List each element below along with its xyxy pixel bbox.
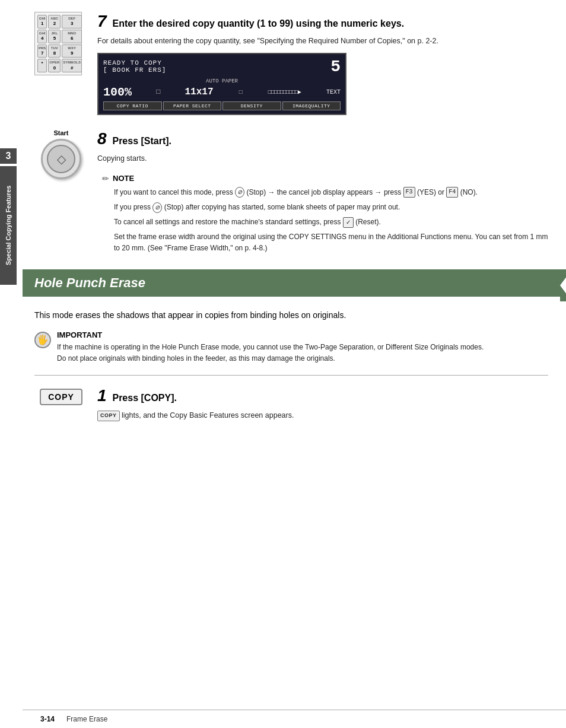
chapter-number: 3 — [0, 148, 17, 164]
important-item-2: Do not place originals with binding hole… — [57, 353, 548, 364]
main-content: GHI1 ABC2 DEF3 GHI4 JKL5 MNO6 PRS7 TUV8 … — [23, 0, 566, 728]
step-1-number: 1 — [97, 386, 107, 405]
start-button-outer: ◇ — [41, 139, 81, 179]
chapter-title: Special Copying Features — [0, 166, 17, 285]
step-1-content: 1 Press [COPY]. COPY lights, and the Cop… — [97, 386, 548, 421]
key-5: JKL5 — [48, 30, 61, 43]
key-3: DEF3 — [62, 15, 82, 28]
note-item-3: To cancel all settings and restore the m… — [102, 217, 548, 228]
step-1-section: COPY 1 Press [COPY]. COPY lights, and th… — [34, 386, 548, 421]
hole-punch-erase-banner: Hole Punch Erase — [23, 269, 560, 297]
key-7: PRS7 — [37, 44, 47, 58]
step-8-desc: Copying starts. — [97, 153, 548, 164]
key-9: WXY9 — [62, 44, 82, 58]
lcd-density-bar: □□□□□□□□□□▶ — [268, 88, 301, 96]
stop-icon-2: ⊘ — [152, 202, 162, 213]
key-hash: SYMBOLS# — [62, 59, 82, 72]
lcd-line1: READY TO COPY — [103, 59, 166, 66]
important-icon: 🖐 — [34, 332, 51, 348]
footer-page-number: 3-14 — [40, 715, 55, 723]
f3-btn: F3 — [403, 187, 415, 198]
lcd-auto-paper: AUTO PAPER — [103, 78, 341, 84]
start-button-inner[interactable]: ◇ — [47, 145, 75, 173]
lcd-paper-small: □ — [239, 89, 243, 96]
important-item-1: If the machine is operating in the Hole … — [57, 342, 548, 353]
step-1-heading: 1 Press [COPY]. — [97, 386, 548, 405]
step-7-title: Enter the desired copy quantity (1 to 99… — [112, 18, 404, 28]
note-item-2: If you press ⊘ (Stop) after copying has … — [102, 202, 548, 213]
note-item-4: Set the frame erase width around the ori… — [102, 231, 548, 254]
lcd-count: 5 — [330, 58, 341, 76]
key-2: ABC2 — [48, 15, 61, 28]
important-section: 🖐 IMPORTANT If the machine is operating … — [34, 330, 548, 364]
section-divider — [34, 375, 548, 376]
f4-btn: F4 — [446, 187, 458, 198]
step-1-desc: COPY lights, and the Copy Basic Features… — [97, 410, 548, 421]
section-intro: This mode erases the shadows that appear… — [34, 309, 548, 322]
copy-key-button: COPY — [40, 389, 82, 405]
important-content: IMPORTANT If the machine is operating in… — [57, 330, 548, 364]
lcd-btn-copy-ratio: COPY RATIO — [103, 101, 162, 110]
step-8-title: Press [Start]. — [112, 136, 171, 146]
step-1-desc-text: lights, and the Copy Basic Features scre… — [122, 411, 294, 419]
start-button-wrapper: Start ◇ — [34, 129, 88, 258]
banner-title: Hole Punch Erase — [34, 275, 145, 290]
sidebar: 3 Special Copying Features — [0, 0, 23, 728]
step-7-heading: 7 Enter the desired copy quantity (1 to … — [97, 12, 548, 31]
key-6: MNO6 — [62, 30, 82, 43]
copy-key-wrapper: COPY — [34, 386, 88, 421]
step-8-number: 8 — [97, 129, 107, 148]
key-star: * — [37, 59, 47, 72]
lcd-buttons-row: COPY RATIO PAPER SELECT DENSITY IMAGEQUA… — [103, 101, 341, 110]
lcd-display: READY TO COPY [ BOOK FR ERS] 5 AUTO PAPE… — [97, 53, 346, 115]
lcd-paper-icon: □ — [156, 88, 160, 96]
start-label: Start — [53, 129, 68, 136]
step-8-heading: 8 Press [Start]. — [97, 129, 548, 148]
keypad-icon: GHI1 ABC2 DEF3 GHI4 JKL5 MNO6 PRS7 TUV8 … — [34, 12, 88, 117]
stop-icon-1: ⊘ — [235, 187, 244, 198]
reset-btn: ✓ — [343, 217, 354, 228]
lcd-line2: [ BOOK FR ERS] — [103, 66, 166, 74]
note-icon: ✏ — [102, 174, 109, 183]
step-7-content: 7 Enter the desired copy quantity (1 to … — [97, 12, 548, 117]
page-footer: 3-14 Frame Erase — [23, 710, 566, 728]
footer-title: Frame Erase — [66, 715, 107, 723]
note-section: ✏ NOTE If you want to cancel this mode, … — [97, 174, 548, 255]
step-7-section: GHI1 ABC2 DEF3 GHI4 JKL5 MNO6 PRS7 TUV8 … — [34, 12, 548, 117]
note-header: ✏ NOTE — [102, 174, 548, 183]
lcd-paper-size: 11x17 — [185, 87, 214, 97]
step-8-section: Start ◇ 8 Press [Start]. Copying starts.… — [34, 129, 548, 258]
copy-key-small: COPY — [97, 411, 120, 421]
key-0: OPER0 — [48, 59, 61, 72]
step-1-title: Press [COPY]. — [112, 393, 176, 403]
lcd-btn-paper-select: PAPER SELECT — [163, 101, 222, 110]
lcd-ratio: 100% — [103, 85, 132, 99]
important-title: IMPORTANT — [57, 330, 548, 339]
step-7-desc: For details about entering the copy quan… — [97, 36, 548, 47]
note-item-1: If you want to cancel this mode, press ⊘… — [102, 187, 548, 198]
key-1: GHI1 — [37, 15, 47, 28]
lcd-btn-density: DENSITY — [222, 101, 281, 110]
key-4: GHI4 — [37, 30, 47, 43]
lcd-btn-imagequality: IMAGEQUALITY — [282, 101, 341, 110]
step-8-content: 8 Press [Start]. Copying starts. ✏ NOTE … — [97, 129, 548, 258]
step-7-number: 7 — [97, 12, 107, 31]
note-title: NOTE — [113, 174, 134, 183]
lcd-text-label: TEXT — [326, 89, 341, 96]
key-8: TUV8 — [48, 44, 61, 58]
